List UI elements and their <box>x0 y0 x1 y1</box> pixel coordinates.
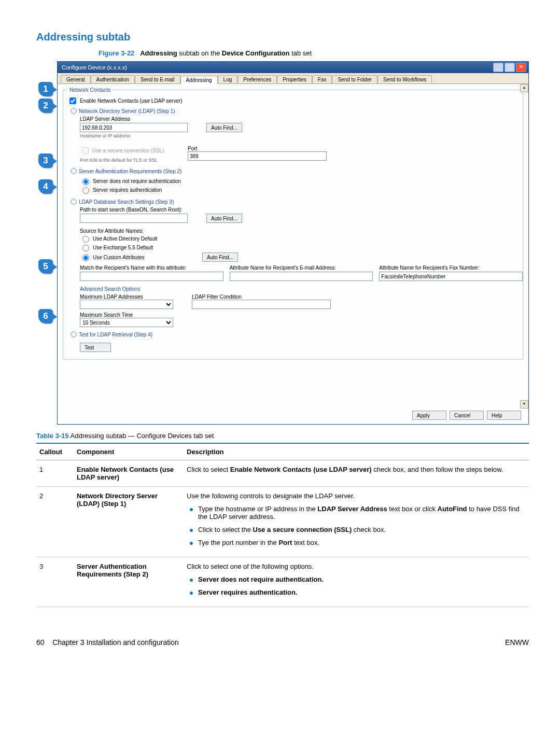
callout-4: 4 <box>38 179 53 194</box>
table-row: 2 Network Directory Server (LDAP) (Step … <box>36 487 529 557</box>
callouts-column: 1 2 3 4 5 6 <box>36 61 57 425</box>
tab-send-to-workflows[interactable]: Send to Workflows <box>377 75 432 83</box>
scroll-down-icon[interactable]: ▾ <box>520 400 528 409</box>
scroll-up-icon[interactable]: ▴ <box>520 84 528 92</box>
desc-text: check box, and then follow the steps bel… <box>372 466 503 473</box>
autofind-button-3[interactable]: Auto Find... <box>202 252 238 262</box>
desc-line: Use the following controls to designate … <box>187 492 526 500</box>
port-label: Port <box>188 146 327 151</box>
tab-send-to-email[interactable]: Send to E-mail <box>135 75 180 83</box>
test-button[interactable]: Test <box>80 343 111 352</box>
autofind-button-1[interactable]: Auto Find... <box>206 123 242 132</box>
attr-col2-input[interactable] <box>230 272 373 281</box>
src-opt2[interactable]: Use Exchange 5.5 Default <box>80 243 519 251</box>
auth-opt1-label: Server does not require authentication <box>93 178 181 184</box>
auth-opt2[interactable]: Server requires authentication <box>80 186 519 194</box>
step3-section: LDAP Database Search Settings (Step 3) P… <box>71 199 519 329</box>
tab-properties[interactable]: Properties <box>277 75 312 83</box>
figure-txt-2: subtab on the <box>177 49 222 57</box>
auth-opt1[interactable]: Server does not require authentication <box>80 177 519 185</box>
server-hint: Hostname or IP address <box>80 133 519 138</box>
auth-opt1-input[interactable] <box>82 178 89 185</box>
advanced-search-title: Advanced Search Options <box>80 286 519 292</box>
src-opt2-input[interactable] <box>82 245 89 251</box>
enable-nc-label: Enable Network Contacts (use LDAP server… <box>80 98 183 104</box>
callout-1: 1 <box>38 82 53 96</box>
step2-section: Server Authentication Requirements (Step… <box>71 168 519 196</box>
basedn-label: Path to start search (BaseDN, Search Roo… <box>80 207 519 213</box>
maximize-icon[interactable]: ▢ <box>505 63 515 72</box>
desc-bold: Server requires authentication. <box>198 588 297 596</box>
step3-summary[interactable]: LDAP Database Search Settings (Step 3) <box>71 199 519 205</box>
max-time-select[interactable]: 10 Seconds <box>80 318 173 327</box>
cell-callout: 3 <box>36 557 74 607</box>
ssl-checkbox[interactable]: Use a secure connection (SSL) <box>80 146 184 156</box>
attr-col1-input[interactable] <box>80 272 223 281</box>
step4-section: Test for LDAP Retrieval (Step 4) Test <box>71 331 519 354</box>
port-input[interactable] <box>188 151 327 161</box>
table-id: Table 3-15 <box>36 432 69 440</box>
tab-addressing[interactable]: Addressing <box>180 76 218 84</box>
src-opt1-label: Use Active Directory Default <box>93 236 158 242</box>
close-icon[interactable]: ✕ <box>516 63 526 72</box>
figure-caption: Figure 3-22 Addressing subtab on the Dev… <box>99 49 529 57</box>
titlebar: Configure Device (x.x.x.x) _ ▢ ✕ <box>58 62 528 73</box>
list-item: Server does not require authentication. <box>187 575 526 583</box>
tab-authentication[interactable]: Authentication <box>91 75 135 83</box>
autofind-button-2[interactable]: Auto Find... <box>206 214 242 223</box>
network-contacts-fieldset: Network Contacts Enable Network Contacts… <box>63 87 523 360</box>
desc-bold: Server does not require authentication. <box>198 575 324 583</box>
max-time-label: Maximum Search Time <box>80 312 519 318</box>
cell-component: Enable Network Contacts (use LDAP server… <box>74 460 184 487</box>
filter-label: LDAP Filter Condition <box>192 294 331 300</box>
desc-bold: Enable Network Contacts (use LDAP server… <box>230 466 372 473</box>
tab-general[interactable]: General <box>61 75 91 83</box>
th-component: Component <box>74 443 184 460</box>
src-opt3[interactable]: Use Custom Attributes <box>80 253 184 261</box>
footer-right: ENWW <box>505 638 529 646</box>
tab-fax[interactable]: Fax <box>312 75 332 83</box>
enable-network-contacts-checkbox[interactable]: Enable Network Contacts (use LDAP server… <box>67 96 519 106</box>
src-opt1-input[interactable] <box>82 236 89 243</box>
auth-opt2-label: Server requires authentication <box>93 187 162 193</box>
help-button[interactable]: Help <box>487 411 521 420</box>
enable-nc-input[interactable] <box>69 97 76 104</box>
max-addr-select[interactable] <box>80 300 173 309</box>
ssl-label: Use a secure connection (SSL) <box>92 148 164 153</box>
th-callout: Callout <box>36 443 74 460</box>
list-item: Type the hostname or IP address in the L… <box>187 505 526 521</box>
callout-5: 5 <box>38 259 53 274</box>
list-item: Click to select the Use a secure connect… <box>187 526 526 533</box>
src-opt1[interactable]: Use Active Directory Default <box>80 234 519 243</box>
apply-button[interactable]: Apply <box>412 411 446 420</box>
filter-input[interactable] <box>192 300 331 309</box>
minimize-icon[interactable]: _ <box>493 63 503 72</box>
basedn-input[interactable] <box>80 214 188 223</box>
tab-send-to-folder[interactable]: Send to Folder <box>332 75 377 83</box>
src-opt3-input[interactable] <box>82 255 89 261</box>
cancel-button[interactable]: Cancel <box>450 411 484 420</box>
table-title-text: Addressing subtab — Configure Devices ta… <box>69 432 214 440</box>
desc-text: Click to select the <box>198 526 253 533</box>
tab-preferences[interactable]: Preferences <box>237 75 277 83</box>
cell-component: Server Authentication Requirements (Step… <box>74 557 184 607</box>
tab-body: ▴ ▾ Network Contacts Enable Network Cont… <box>58 84 528 424</box>
ssl-input[interactable] <box>82 147 89 154</box>
auth-opt2-input[interactable] <box>82 187 89 194</box>
attr-col3-input[interactable] <box>379 272 523 281</box>
tab-log[interactable]: Log <box>218 75 238 83</box>
step1-summary[interactable]: Network Directory Server (LDAP) (Step 1) <box>71 108 519 114</box>
th-description: Description <box>184 443 529 460</box>
step1-section: Network Directory Server (LDAP) (Step 1)… <box>71 108 519 166</box>
cell-description: Click to select one of the following opt… <box>184 557 529 607</box>
ldap-server-address-input[interactable] <box>80 123 188 132</box>
figure-txt-4: tab set <box>290 49 312 57</box>
desc-text: Click to select <box>187 466 230 473</box>
desc-bold: AutoFind <box>438 505 467 513</box>
desc-text: check box. <box>352 526 386 533</box>
step2-summary[interactable]: Server Authentication Requirements (Step… <box>71 168 519 174</box>
callout-2: 2 <box>38 99 53 113</box>
desc-text: text box. <box>292 539 319 546</box>
ldap-server-address-label: LDAP Server Address <box>80 116 519 122</box>
step4-summary[interactable]: Test for LDAP Retrieval (Step 4) <box>71 331 519 338</box>
